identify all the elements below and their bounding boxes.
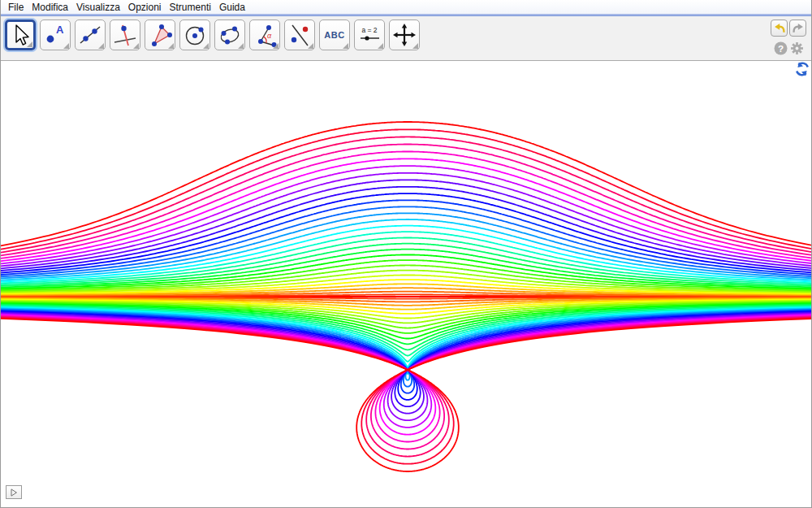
tool-dropdown-triangle-icon[interactable] — [27, 41, 32, 47]
tool-dropdown-triangle-icon[interactable] — [133, 43, 139, 49]
help-button[interactable]: ? — [774, 41, 788, 55]
tool-dropdown-triangle-icon[interactable] — [203, 43, 209, 49]
tool-point-button[interactable]: A — [40, 20, 71, 50]
tool-move-button[interactable] — [5, 20, 36, 50]
slider-tool-label: a = 2 — [361, 26, 377, 34]
gear-icon — [790, 41, 804, 55]
undo-button[interactable] — [771, 20, 788, 37]
tool-dropdown-triangle-icon[interactable] — [378, 43, 383, 49]
refresh-view-button[interactable] — [795, 62, 810, 76]
tool-dropdown-triangle-icon[interactable] — [238, 43, 244, 49]
tool-dropdown-triangle-icon[interactable] — [63, 43, 69, 49]
help-settings-group: ? — [774, 41, 804, 55]
undo-redo-group — [771, 20, 806, 37]
redo-arrow-icon — [792, 22, 805, 35]
text-tool-label: ABC — [324, 30, 344, 40]
redo-button[interactable] — [789, 20, 806, 37]
curve-family-svg — [1, 61, 811, 507]
menu-item-guida[interactable]: Guida — [215, 1, 249, 14]
question-mark-icon: ? — [774, 41, 788, 55]
tool-dropdown-triangle-icon[interactable] — [412, 43, 418, 49]
tool-polygon-button[interactable] — [145, 20, 175, 50]
tool-perpendicular-line-button[interactable] — [110, 20, 140, 50]
svg-text:?: ? — [778, 43, 784, 54]
tool-circle-button[interactable] — [179, 20, 210, 50]
menu-item-opzioni[interactable]: Opzioni — [124, 1, 166, 14]
menu-item-visualizza[interactable]: Visualizza — [72, 1, 124, 14]
menu-item-modifica[interactable]: Modifica — [28, 1, 72, 14]
point-label: A — [56, 24, 64, 36]
tool-line-button[interactable] — [75, 20, 106, 50]
tool-dropdown-triangle-icon[interactable] — [168, 43, 174, 49]
tool-move-view-button[interactable] — [389, 20, 420, 50]
graphics-view[interactable] — [1, 61, 811, 507]
tool-text-button[interactable]: ABC — [319, 20, 350, 50]
tool-dropdown-triangle-icon[interactable] — [98, 43, 104, 49]
menu-item-file[interactable]: File — [4, 1, 28, 14]
tool-dropdown-triangle-icon[interactable] — [343, 43, 348, 49]
undo-arrow-icon — [773, 22, 786, 35]
tool-angle-button[interactable]: α — [249, 20, 280, 50]
geogebra-window: File Modifica Visualizza Opzioni Strumen… — [0, 0, 812, 508]
menu-item-strumenti[interactable]: Strumenti — [166, 1, 215, 14]
play-button[interactable] — [6, 485, 22, 499]
angle-label: α — [267, 32, 272, 40]
refresh-circular-arrows-icon — [795, 62, 810, 76]
tool-dropdown-triangle-icon[interactable] — [308, 43, 313, 49]
toolbar: A — [1, 16, 811, 61]
tool-reflection-button[interactable] — [284, 20, 315, 50]
settings-button[interactable] — [790, 41, 804, 55]
tool-ellipse-button[interactable] — [214, 20, 245, 50]
tool-dropdown-triangle-icon[interactable] — [273, 43, 279, 49]
play-triangle-icon — [9, 488, 19, 497]
tool-slider-button[interactable]: a = 2 — [354, 20, 385, 50]
menubar: File Modifica Visualizza Opzioni Strumen… — [1, 0, 811, 14]
